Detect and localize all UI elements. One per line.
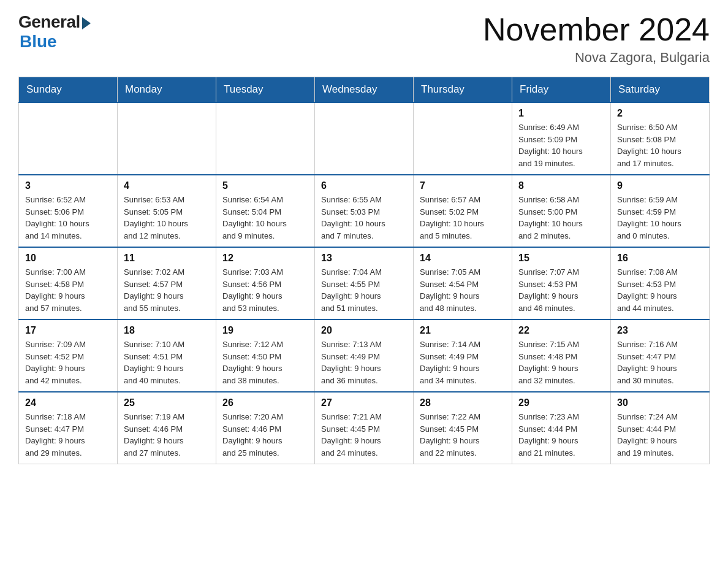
calendar-week-row: 3Sunrise: 6:52 AMSunset: 5:06 PMDaylight… <box>19 175 710 247</box>
day-number: 10 <box>25 253 111 264</box>
calendar-table: SundayMondayTuesdayWednesdayThursdayFrid… <box>18 77 710 464</box>
calendar-cell: 15Sunrise: 7:07 AMSunset: 4:53 PMDayligh… <box>512 247 611 320</box>
page-header: General Blue November 2024 Nova Zagora, … <box>18 12 710 66</box>
day-number: 14 <box>420 253 506 264</box>
calendar-cell: 17Sunrise: 7:09 AMSunset: 4:52 PMDayligh… <box>19 320 118 392</box>
day-number: 8 <box>518 180 604 191</box>
calendar-cell: 23Sunrise: 7:16 AMSunset: 4:47 PMDayligh… <box>611 320 710 392</box>
day-info: Sunrise: 7:02 AMSunset: 4:57 PMDaylight:… <box>124 266 210 314</box>
calendar-cell: 24Sunrise: 7:18 AMSunset: 4:47 PMDayligh… <box>19 392 118 464</box>
weekday-header-wednesday: Wednesday <box>315 77 414 103</box>
day-info: Sunrise: 7:15 AMSunset: 4:48 PMDaylight:… <box>518 339 604 386</box>
weekday-header-monday: Monday <box>118 77 216 103</box>
calendar-cell: 7Sunrise: 6:57 AMSunset: 5:02 PMDaylight… <box>414 175 512 247</box>
calendar-cell: 1Sunrise: 6:49 AMSunset: 5:09 PMDaylight… <box>512 102 611 175</box>
day-info: Sunrise: 6:49 AMSunset: 5:09 PMDaylight:… <box>518 121 604 169</box>
day-number: 19 <box>222 325 308 336</box>
day-number: 28 <box>420 397 506 408</box>
calendar-cell: 10Sunrise: 7:00 AMSunset: 4:58 PMDayligh… <box>19 247 118 320</box>
day-number: 13 <box>321 253 407 264</box>
day-info: Sunrise: 6:55 AMSunset: 5:03 PMDaylight:… <box>321 194 407 242</box>
logo-arrow-icon <box>82 17 91 29</box>
calendar-cell: 19Sunrise: 7:12 AMSunset: 4:50 PMDayligh… <box>216 320 315 392</box>
calendar-cell: 3Sunrise: 6:52 AMSunset: 5:06 PMDaylight… <box>19 175 118 247</box>
calendar-cell: 20Sunrise: 7:13 AMSunset: 4:49 PMDayligh… <box>315 320 414 392</box>
calendar-cell: 26Sunrise: 7:20 AMSunset: 4:46 PMDayligh… <box>216 392 315 464</box>
weekday-header-friday: Friday <box>512 77 611 103</box>
day-number: 9 <box>617 180 703 191</box>
calendar-week-row: 1Sunrise: 6:49 AMSunset: 5:09 PMDaylight… <box>19 102 710 175</box>
calendar-cell <box>414 102 512 175</box>
day-number: 20 <box>321 325 407 336</box>
day-info: Sunrise: 7:09 AMSunset: 4:52 PMDaylight:… <box>25 339 111 386</box>
day-number: 27 <box>321 397 407 408</box>
day-info: Sunrise: 7:21 AMSunset: 4:45 PMDaylight:… <box>321 411 407 459</box>
day-info: Sunrise: 7:12 AMSunset: 4:50 PMDaylight:… <box>222 339 308 386</box>
calendar-cell: 28Sunrise: 7:22 AMSunset: 4:45 PMDayligh… <box>414 392 512 464</box>
calendar-cell: 25Sunrise: 7:19 AMSunset: 4:46 PMDayligh… <box>118 392 216 464</box>
weekday-header-row: SundayMondayTuesdayWednesdayThursdayFrid… <box>19 77 710 103</box>
day-info: Sunrise: 7:00 AMSunset: 4:58 PMDaylight:… <box>25 266 111 314</box>
weekday-header-tuesday: Tuesday <box>216 77 315 103</box>
day-number: 21 <box>420 325 506 336</box>
calendar-cell <box>216 102 315 175</box>
calendar-week-row: 17Sunrise: 7:09 AMSunset: 4:52 PMDayligh… <box>19 320 710 392</box>
calendar-cell: 22Sunrise: 7:15 AMSunset: 4:48 PMDayligh… <box>512 320 611 392</box>
day-info: Sunrise: 7:13 AMSunset: 4:49 PMDaylight:… <box>321 339 407 386</box>
day-info: Sunrise: 7:07 AMSunset: 4:53 PMDaylight:… <box>518 266 604 314</box>
day-info: Sunrise: 7:18 AMSunset: 4:47 PMDaylight:… <box>25 411 111 459</box>
day-number: 4 <box>124 180 210 191</box>
calendar-cell: 30Sunrise: 7:24 AMSunset: 4:44 PMDayligh… <box>611 392 710 464</box>
calendar-cell: 11Sunrise: 7:02 AMSunset: 4:57 PMDayligh… <box>118 247 216 320</box>
month-title: November 2024 <box>483 12 710 47</box>
calendar-cell: 5Sunrise: 6:54 AMSunset: 5:04 PMDaylight… <box>216 175 315 247</box>
day-number: 24 <box>25 397 111 408</box>
calendar-cell: 12Sunrise: 7:03 AMSunset: 4:56 PMDayligh… <box>216 247 315 320</box>
day-number: 1 <box>518 108 604 119</box>
day-info: Sunrise: 7:16 AMSunset: 4:47 PMDaylight:… <box>617 339 703 386</box>
day-number: 25 <box>124 397 210 408</box>
day-number: 7 <box>420 180 506 191</box>
day-number: 2 <box>617 108 703 119</box>
day-number: 6 <box>321 180 407 191</box>
day-info: Sunrise: 7:08 AMSunset: 4:53 PMDaylight:… <box>617 266 703 314</box>
weekday-header-thursday: Thursday <box>414 77 512 103</box>
calendar-cell: 8Sunrise: 6:58 AMSunset: 5:00 PMDaylight… <box>512 175 611 247</box>
title-section: November 2024 Nova Zagora, Bulgaria <box>483 12 710 66</box>
calendar-week-row: 24Sunrise: 7:18 AMSunset: 4:47 PMDayligh… <box>19 392 710 464</box>
logo-blue-text: Blue <box>20 32 57 52</box>
day-number: 11 <box>124 253 210 264</box>
location: Nova Zagora, Bulgaria <box>483 50 710 66</box>
day-number: 17 <box>25 325 111 336</box>
day-number: 18 <box>124 325 210 336</box>
weekday-header-sunday: Sunday <box>19 77 118 103</box>
day-info: Sunrise: 7:04 AMSunset: 4:55 PMDaylight:… <box>321 266 407 314</box>
calendar-cell: 21Sunrise: 7:14 AMSunset: 4:49 PMDayligh… <box>414 320 512 392</box>
day-number: 16 <box>617 253 703 264</box>
calendar-body: 1Sunrise: 6:49 AMSunset: 5:09 PMDaylight… <box>19 102 710 464</box>
day-info: Sunrise: 6:50 AMSunset: 5:08 PMDaylight:… <box>617 121 703 169</box>
calendar-cell: 27Sunrise: 7:21 AMSunset: 4:45 PMDayligh… <box>315 392 414 464</box>
day-info: Sunrise: 7:05 AMSunset: 4:54 PMDaylight:… <box>420 266 506 314</box>
calendar-week-row: 10Sunrise: 7:00 AMSunset: 4:58 PMDayligh… <box>19 247 710 320</box>
day-info: Sunrise: 7:23 AMSunset: 4:44 PMDaylight:… <box>518 411 604 459</box>
day-info: Sunrise: 7:14 AMSunset: 4:49 PMDaylight:… <box>420 339 506 386</box>
day-number: 22 <box>518 325 604 336</box>
day-number: 30 <box>617 397 703 408</box>
day-info: Sunrise: 7:10 AMSunset: 4:51 PMDaylight:… <box>124 339 210 386</box>
calendar-cell: 4Sunrise: 6:53 AMSunset: 5:05 PMDaylight… <box>118 175 216 247</box>
day-number: 5 <box>222 180 308 191</box>
day-info: Sunrise: 7:03 AMSunset: 4:56 PMDaylight:… <box>222 266 308 314</box>
calendar-cell: 29Sunrise: 7:23 AMSunset: 4:44 PMDayligh… <box>512 392 611 464</box>
day-number: 3 <box>25 180 111 191</box>
calendar-cell: 6Sunrise: 6:55 AMSunset: 5:03 PMDaylight… <box>315 175 414 247</box>
day-info: Sunrise: 7:19 AMSunset: 4:46 PMDaylight:… <box>124 411 210 459</box>
day-info: Sunrise: 6:59 AMSunset: 4:59 PMDaylight:… <box>617 194 703 242</box>
day-info: Sunrise: 7:20 AMSunset: 4:46 PMDaylight:… <box>222 411 308 459</box>
calendar-cell: 16Sunrise: 7:08 AMSunset: 4:53 PMDayligh… <box>611 247 710 320</box>
day-info: Sunrise: 6:58 AMSunset: 5:00 PMDaylight:… <box>518 194 604 242</box>
calendar-cell: 9Sunrise: 6:59 AMSunset: 4:59 PMDaylight… <box>611 175 710 247</box>
day-info: Sunrise: 7:24 AMSunset: 4:44 PMDaylight:… <box>617 411 703 459</box>
day-info: Sunrise: 6:53 AMSunset: 5:05 PMDaylight:… <box>124 194 210 242</box>
day-number: 29 <box>518 397 604 408</box>
